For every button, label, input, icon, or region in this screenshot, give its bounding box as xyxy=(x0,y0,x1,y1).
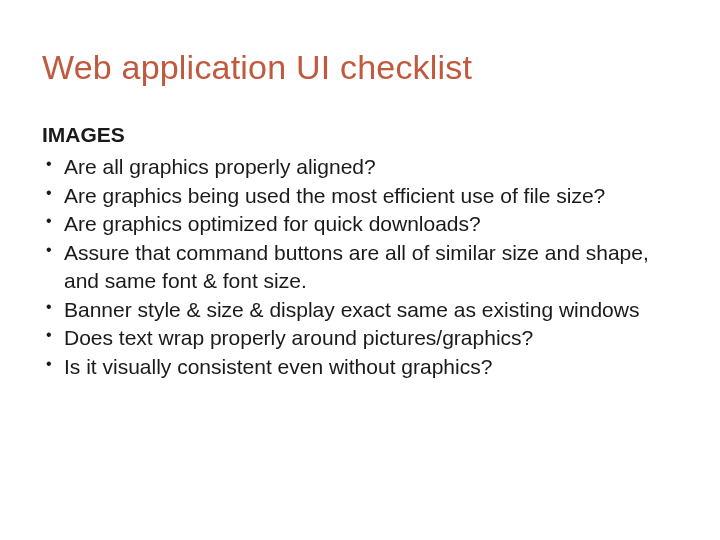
page-title: Web application UI checklist xyxy=(42,48,678,87)
list-item: Are graphics being used the most efficie… xyxy=(42,182,678,210)
list-item: Are graphics optimized for quick downloa… xyxy=(42,210,678,238)
list-item: Are all graphics properly aligned? xyxy=(42,153,678,181)
list-item: Banner style & size & display exact same… xyxy=(42,296,678,324)
slide-container: Web application UI checklist IMAGES Are … xyxy=(0,0,720,540)
list-item: Does text wrap properly around pictures/… xyxy=(42,324,678,352)
list-item: Assure that command buttons are all of s… xyxy=(42,239,678,294)
section-heading: IMAGES xyxy=(42,123,678,147)
checklist: Are all graphics properly aligned? Are g… xyxy=(42,153,678,381)
list-item: Is it visually consistent even without g… xyxy=(42,353,678,381)
